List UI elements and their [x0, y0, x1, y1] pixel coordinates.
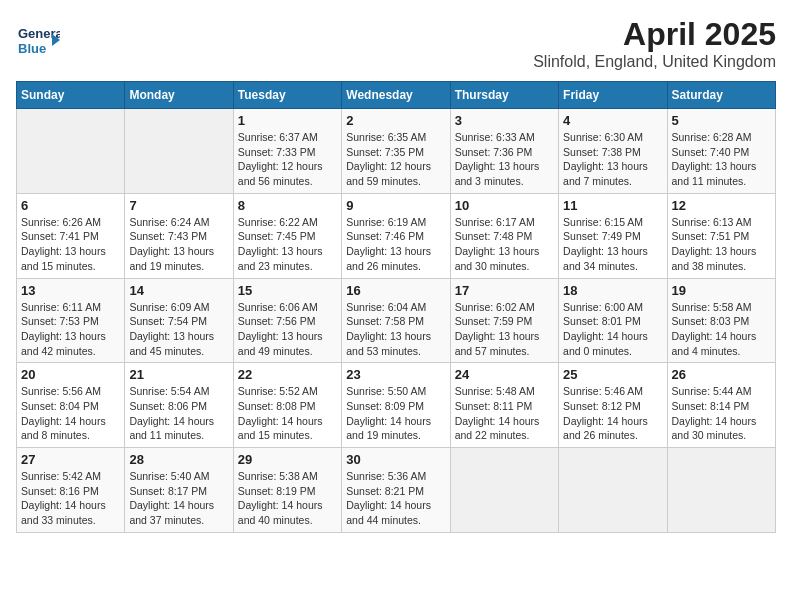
calendar-cell: 18Sunrise: 6:00 AMSunset: 8:01 PMDayligh…: [559, 278, 667, 363]
day-info: Sunrise: 5:46 AMSunset: 8:12 PMDaylight:…: [563, 384, 662, 443]
calendar-cell: 15Sunrise: 6:06 AMSunset: 7:56 PMDayligh…: [233, 278, 341, 363]
week-row-2: 6Sunrise: 6:26 AMSunset: 7:41 PMDaylight…: [17, 193, 776, 278]
calendar-header: SundayMondayTuesdayWednesdayThursdayFrid…: [17, 82, 776, 109]
week-row-4: 20Sunrise: 5:56 AMSunset: 8:04 PMDayligh…: [17, 363, 776, 448]
calendar-cell: 3Sunrise: 6:33 AMSunset: 7:36 PMDaylight…: [450, 109, 558, 194]
calendar-cell: 17Sunrise: 6:02 AMSunset: 7:59 PMDayligh…: [450, 278, 558, 363]
calendar-cell: [667, 448, 775, 533]
day-number: 20: [21, 367, 120, 382]
day-info: Sunrise: 6:37 AMSunset: 7:33 PMDaylight:…: [238, 130, 337, 189]
day-number: 6: [21, 198, 120, 213]
day-info: Sunrise: 5:52 AMSunset: 8:08 PMDaylight:…: [238, 384, 337, 443]
header-cell-thursday: Thursday: [450, 82, 558, 109]
day-info: Sunrise: 6:24 AMSunset: 7:43 PMDaylight:…: [129, 215, 228, 274]
page-subtitle: Slinfold, England, United Kingdom: [533, 53, 776, 71]
day-number: 29: [238, 452, 337, 467]
svg-text:Blue: Blue: [18, 41, 46, 56]
day-info: Sunrise: 5:42 AMSunset: 8:16 PMDaylight:…: [21, 469, 120, 528]
calendar-cell: [450, 448, 558, 533]
calendar-cell: 12Sunrise: 6:13 AMSunset: 7:51 PMDayligh…: [667, 193, 775, 278]
calendar-cell: 16Sunrise: 6:04 AMSunset: 7:58 PMDayligh…: [342, 278, 450, 363]
calendar-table: SundayMondayTuesdayWednesdayThursdayFrid…: [16, 81, 776, 533]
day-info: Sunrise: 6:26 AMSunset: 7:41 PMDaylight:…: [21, 215, 120, 274]
title-block: April 2025 Slinfold, England, United Kin…: [533, 16, 776, 71]
calendar-cell: 24Sunrise: 5:48 AMSunset: 8:11 PMDayligh…: [450, 363, 558, 448]
calendar-cell: 1Sunrise: 6:37 AMSunset: 7:33 PMDaylight…: [233, 109, 341, 194]
day-info: Sunrise: 6:19 AMSunset: 7:46 PMDaylight:…: [346, 215, 445, 274]
calendar-cell: 27Sunrise: 5:42 AMSunset: 8:16 PMDayligh…: [17, 448, 125, 533]
week-row-1: 1Sunrise: 6:37 AMSunset: 7:33 PMDaylight…: [17, 109, 776, 194]
calendar-cell: 5Sunrise: 6:28 AMSunset: 7:40 PMDaylight…: [667, 109, 775, 194]
calendar-cell: 29Sunrise: 5:38 AMSunset: 8:19 PMDayligh…: [233, 448, 341, 533]
day-number: 4: [563, 113, 662, 128]
day-number: 15: [238, 283, 337, 298]
day-info: Sunrise: 6:28 AMSunset: 7:40 PMDaylight:…: [672, 130, 771, 189]
day-info: Sunrise: 5:58 AMSunset: 8:03 PMDaylight:…: [672, 300, 771, 359]
day-number: 1: [238, 113, 337, 128]
day-info: Sunrise: 6:09 AMSunset: 7:54 PMDaylight:…: [129, 300, 228, 359]
day-number: 25: [563, 367, 662, 382]
header-cell-friday: Friday: [559, 82, 667, 109]
week-row-3: 13Sunrise: 6:11 AMSunset: 7:53 PMDayligh…: [17, 278, 776, 363]
calendar-cell: 6Sunrise: 6:26 AMSunset: 7:41 PMDaylight…: [17, 193, 125, 278]
day-number: 11: [563, 198, 662, 213]
header-cell-tuesday: Tuesday: [233, 82, 341, 109]
header-cell-monday: Monday: [125, 82, 233, 109]
day-info: Sunrise: 5:48 AMSunset: 8:11 PMDaylight:…: [455, 384, 554, 443]
day-info: Sunrise: 5:36 AMSunset: 8:21 PMDaylight:…: [346, 469, 445, 528]
day-info: Sunrise: 5:54 AMSunset: 8:06 PMDaylight:…: [129, 384, 228, 443]
day-number: 2: [346, 113, 445, 128]
calendar-cell: 30Sunrise: 5:36 AMSunset: 8:21 PMDayligh…: [342, 448, 450, 533]
page-title: April 2025: [533, 16, 776, 53]
week-row-5: 27Sunrise: 5:42 AMSunset: 8:16 PMDayligh…: [17, 448, 776, 533]
day-info: Sunrise: 6:33 AMSunset: 7:36 PMDaylight:…: [455, 130, 554, 189]
day-number: 5: [672, 113, 771, 128]
calendar-cell: 26Sunrise: 5:44 AMSunset: 8:14 PMDayligh…: [667, 363, 775, 448]
day-number: 3: [455, 113, 554, 128]
calendar-cell: 14Sunrise: 6:09 AMSunset: 7:54 PMDayligh…: [125, 278, 233, 363]
day-info: Sunrise: 6:06 AMSunset: 7:56 PMDaylight:…: [238, 300, 337, 359]
day-number: 13: [21, 283, 120, 298]
day-number: 26: [672, 367, 771, 382]
day-number: 24: [455, 367, 554, 382]
day-info: Sunrise: 6:35 AMSunset: 7:35 PMDaylight:…: [346, 130, 445, 189]
day-info: Sunrise: 6:17 AMSunset: 7:48 PMDaylight:…: [455, 215, 554, 274]
day-number: 18: [563, 283, 662, 298]
day-number: 28: [129, 452, 228, 467]
calendar-cell: 23Sunrise: 5:50 AMSunset: 8:09 PMDayligh…: [342, 363, 450, 448]
day-info: Sunrise: 6:13 AMSunset: 7:51 PMDaylight:…: [672, 215, 771, 274]
day-info: Sunrise: 6:30 AMSunset: 7:38 PMDaylight:…: [563, 130, 662, 189]
calendar-cell: 22Sunrise: 5:52 AMSunset: 8:08 PMDayligh…: [233, 363, 341, 448]
header-cell-saturday: Saturday: [667, 82, 775, 109]
page-header: General Blue April 2025 Slinfold, Englan…: [16, 16, 776, 71]
day-number: 9: [346, 198, 445, 213]
calendar-cell: [17, 109, 125, 194]
day-number: 17: [455, 283, 554, 298]
calendar-cell: 25Sunrise: 5:46 AMSunset: 8:12 PMDayligh…: [559, 363, 667, 448]
day-info: Sunrise: 5:44 AMSunset: 8:14 PMDaylight:…: [672, 384, 771, 443]
day-info: Sunrise: 6:04 AMSunset: 7:58 PMDaylight:…: [346, 300, 445, 359]
day-number: 12: [672, 198, 771, 213]
calendar-cell: 8Sunrise: 6:22 AMSunset: 7:45 PMDaylight…: [233, 193, 341, 278]
calendar-cell: 10Sunrise: 6:17 AMSunset: 7:48 PMDayligh…: [450, 193, 558, 278]
day-number: 10: [455, 198, 554, 213]
calendar-cell: 4Sunrise: 6:30 AMSunset: 7:38 PMDaylight…: [559, 109, 667, 194]
day-number: 16: [346, 283, 445, 298]
header-row: SundayMondayTuesdayWednesdayThursdayFrid…: [17, 82, 776, 109]
calendar-cell: 20Sunrise: 5:56 AMSunset: 8:04 PMDayligh…: [17, 363, 125, 448]
day-number: 8: [238, 198, 337, 213]
header-cell-wednesday: Wednesday: [342, 82, 450, 109]
logo-icon: General Blue: [16, 16, 60, 60]
day-number: 7: [129, 198, 228, 213]
day-info: Sunrise: 5:50 AMSunset: 8:09 PMDaylight:…: [346, 384, 445, 443]
header-cell-sunday: Sunday: [17, 82, 125, 109]
day-number: 22: [238, 367, 337, 382]
day-info: Sunrise: 6:00 AMSunset: 8:01 PMDaylight:…: [563, 300, 662, 359]
day-info: Sunrise: 6:22 AMSunset: 7:45 PMDaylight:…: [238, 215, 337, 274]
calendar-body: 1Sunrise: 6:37 AMSunset: 7:33 PMDaylight…: [17, 109, 776, 533]
day-number: 14: [129, 283, 228, 298]
day-info: Sunrise: 6:15 AMSunset: 7:49 PMDaylight:…: [563, 215, 662, 274]
day-info: Sunrise: 6:11 AMSunset: 7:53 PMDaylight:…: [21, 300, 120, 359]
calendar-cell: 19Sunrise: 5:58 AMSunset: 8:03 PMDayligh…: [667, 278, 775, 363]
calendar-cell: 28Sunrise: 5:40 AMSunset: 8:17 PMDayligh…: [125, 448, 233, 533]
